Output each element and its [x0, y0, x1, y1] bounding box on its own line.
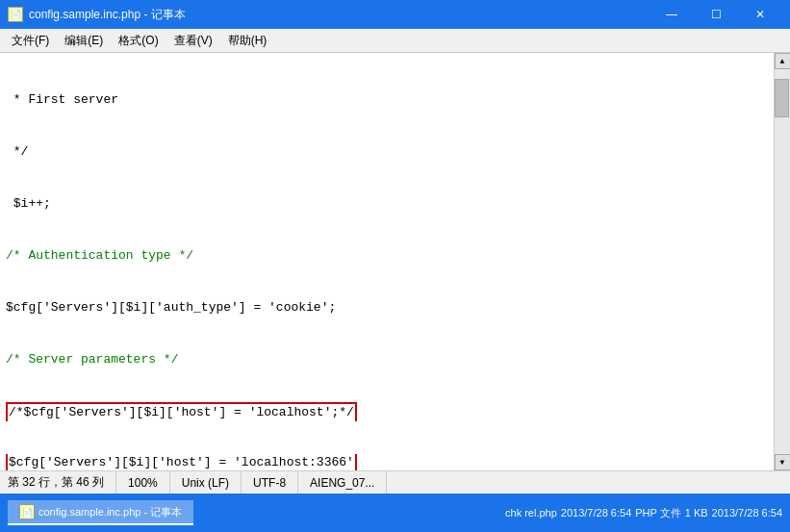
taskbar-notepad-label: config.sample.inc.php - 记事本	[38, 505, 182, 519]
scroll-down-button[interactable]: ▼	[775, 454, 791, 470]
taskbar-right: chk rel.php 2013/7/28 6:54 PHP 文件 1 KB 2…	[505, 506, 782, 520]
app-icon: 📄	[8, 7, 23, 22]
line-1: * First server	[6, 91, 768, 109]
line-ending: Unix (LF)	[170, 471, 242, 494]
maximize-button[interactable]: ☐	[694, 0, 738, 29]
scroll-thumb[interactable]	[775, 79, 789, 117]
taskbar-bottom-date: 2013/7/28 6:54	[561, 507, 631, 519]
title-bar: 📄 config.sample.inc.php - 记事本 — ☐ ✕	[0, 0, 790, 29]
main-area: * First server */ $i++; /* Authenticatio…	[0, 53, 790, 470]
menu-edit[interactable]: 编辑(E)	[57, 31, 111, 51]
taskbar-bottom-type: PHP 文件	[635, 506, 680, 520]
taskbar-bottom-size: 1 KB	[685, 507, 708, 519]
line-2: */	[6, 143, 768, 161]
session-label: AIENG_07...	[298, 471, 387, 494]
taskbar-notepad-icon: 📄	[19, 504, 35, 519]
menu-help[interactable]: 帮助(H)	[220, 31, 275, 51]
line-3: $i++;	[6, 195, 768, 213]
status-bar: 第 32 行，第 46 列 100% Unix (LF) UTF-8 AIENG…	[0, 470, 790, 494]
minimize-button[interactable]: —	[650, 0, 694, 29]
title-bar-left: 📄 config.sample.inc.php - 记事本	[8, 7, 186, 23]
line-7: /*$cfg['Servers'][$i]['host'] = 'localho…	[6, 403, 768, 420]
cursor-position: 第 32 行，第 46 列	[8, 471, 116, 494]
editor[interactable]: * First server */ $i++; /* Authenticatio…	[0, 53, 774, 470]
encoding: UTF-8	[242, 471, 298, 494]
menu-view[interactable]: 查看(V)	[166, 31, 220, 51]
close-button[interactable]: ✕	[738, 0, 782, 29]
taskbar-notepad-item[interactable]: 📄 config.sample.inc.php - 记事本	[8, 500, 193, 525]
editor-content[interactable]: * First server */ $i++; /* Authenticatio…	[0, 53, 774, 470]
line-5: $cfg['Servers'][$i]['auth_type'] = 'cook…	[6, 299, 768, 317]
menu-bar: 文件(F) 编辑(E) 格式(O) 查看(V) 帮助(H)	[0, 29, 790, 53]
scroll-track[interactable]	[775, 69, 790, 454]
taskbar-bottom-item: chk rel.php	[505, 507, 557, 519]
window-title: config.sample.inc.php - 记事本	[29, 7, 186, 23]
zoom-level: 100%	[116, 471, 170, 494]
scroll-up-button[interactable]: ▲	[775, 53, 791, 69]
line-4: /* Authentication type */	[6, 247, 768, 265]
menu-file[interactable]: 文件(F)	[4, 31, 57, 51]
vertical-scrollbar[interactable]: ▲ ▼	[774, 53, 790, 470]
taskbar-clock: 2013/7/28 6:54	[712, 507, 782, 519]
line-8: $cfg['Servers'][$i]['host'] = 'localhost…	[6, 455, 768, 470]
line-6: /* Server parameters */	[6, 351, 768, 368]
title-bar-controls: — ☐ ✕	[650, 0, 782, 29]
taskbar[interactable]: 📄 config.sample.inc.php - 记事本 chk rel.ph…	[0, 494, 790, 532]
menu-format[interactable]: 格式(O)	[111, 31, 166, 51]
